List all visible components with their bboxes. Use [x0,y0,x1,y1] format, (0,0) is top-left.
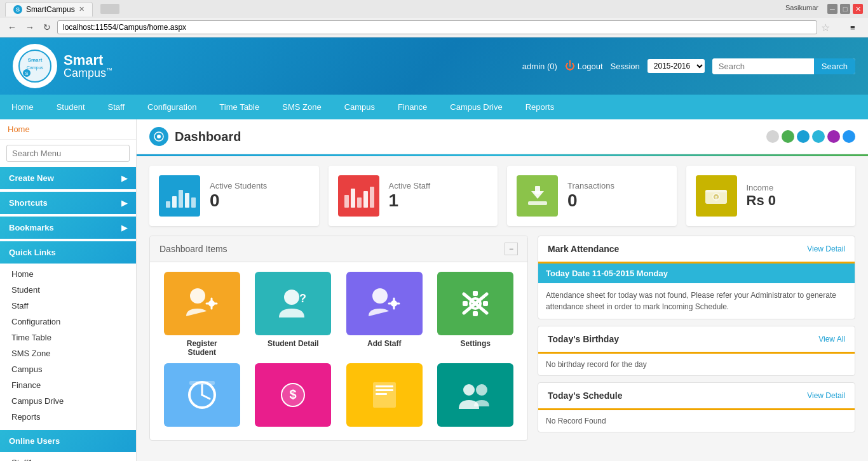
color-dot-purple[interactable] [827,130,840,143]
header-search-button[interactable]: Search [814,58,855,74]
clock-svg [183,376,221,414]
create-new-arrow-icon: ▶ [121,174,127,183]
online-users-list: Staff1 [0,452,136,461]
color-dot-gray[interactable] [766,130,779,143]
quick-link-campus[interactable]: Campus [0,361,136,377]
quick-link-configuration[interactable]: Configuration [0,314,136,330]
sidebar-search-area [0,140,136,167]
quick-link-student[interactable]: Student [0,282,136,298]
back-button[interactable]: ← [5,21,19,34]
grid-item-student-detail[interactable]: ? Student Detail [251,272,336,357]
quick-link-timetable[interactable]: Time Table [0,330,136,345]
address-bar[interactable] [57,20,817,34]
minimize-panel-button[interactable]: − [505,243,518,255]
svg-rect-44 [189,381,215,385]
bar-chart-students-icon [164,184,196,209]
grid-item-register-student[interactable]: RegisterStudent [159,272,245,357]
attendance-date-bar: Today Date 11-05-2015 Monday [538,264,855,283]
menu-button: ≡ [850,23,863,32]
quick-link-reports[interactable]: Reports [0,409,136,425]
logo-campus: Campus™ [64,67,112,79]
color-dot-green[interactable] [782,130,794,143]
quick-link-home[interactable]: Home [0,266,136,282]
minimize-button[interactable]: ─ [827,4,837,14]
color-dot-blue[interactable] [797,130,810,143]
nav-smszone[interactable]: SMS Zone [271,95,332,119]
browser-tab[interactable]: S SmartCampus ✕ [5,2,93,17]
quick-link-finance[interactable]: Finance [0,377,136,393]
nav-staff[interactable]: Staff [97,95,137,119]
student-detail-label: Student Detail [268,339,319,348]
schedule-message: No Record Found [538,410,855,432]
svg-rect-50 [376,393,387,395]
color-dot-teal[interactable] [812,130,825,143]
shortcuts-button[interactable]: Shortcuts ▶ [0,192,136,214]
header-search-input[interactable] [712,58,814,74]
main-content: Dashboard [137,119,868,461]
todays-schedule-view-detail[interactable]: View Detail [807,391,845,400]
logo-smart: Smart [64,53,112,67]
nav-timetable[interactable]: Time Table [208,95,271,119]
maximize-button[interactable]: □ [840,4,850,14]
nav-reports[interactable]: Reports [514,95,566,119]
grid-item-7[interactable] [342,363,427,431]
tab-favicon: S [13,5,22,14]
quick-link-staff[interactable]: Staff [0,298,136,314]
mark-attendance-view-detail[interactable]: View Detail [807,244,845,253]
quick-links-list: Home Student Staff Configuration Time Ta… [0,264,136,427]
stat-active-students: Active Students 0 [149,166,319,226]
breadcrumb-home-link[interactable]: Home [8,124,30,134]
dashboard-right-panels: Mark Attendance View Detail Today Date 1… [538,236,855,441]
grid-icon-5 [164,363,240,427]
session-select[interactable]: 2015-2016 [648,59,705,73]
tab-close-button[interactable]: ✕ [79,5,85,13]
nav-finance[interactable]: Finance [386,95,438,119]
svg-rect-17 [528,201,547,205]
money-svg: $ [274,376,312,414]
svg-rect-40 [463,301,468,306]
sidebar: Home Create New ▶ Shortcuts ▶ Bookmarks … [0,119,137,461]
forward-button[interactable]: → [23,21,37,34]
stat-transactions-label: Transactions [567,181,667,190]
nav-campus[interactable]: Campus [333,95,386,119]
student-detail-svg: ? [274,284,312,323]
reload-button[interactable]: ↻ [41,21,53,34]
todays-schedule-panel: Today's Schedule View Detail No Record F… [538,382,855,432]
svg-rect-49 [376,389,393,391]
session-label: Session [611,62,640,71]
grid-item-8[interactable] [433,363,519,431]
quick-links-header[interactable]: Quick Links [0,241,136,264]
nav-configuration[interactable]: Configuration [136,95,208,119]
grid-icon-8 [437,363,513,427]
quick-link-smszone[interactable]: SMS Zone [0,345,136,361]
svg-rect-14 [357,197,362,208]
create-new-button[interactable]: Create New ▶ [0,167,136,189]
browser-titlebar: S SmartCampus ✕ Sasikumar ─ □ ✕ [0,0,868,18]
settings-icon [437,272,513,335]
todays-birthday-view-all[interactable]: View All [818,335,845,344]
svg-text:?: ? [299,292,306,305]
sidebar-search-input[interactable] [6,145,130,162]
nav-campusdrive[interactable]: Campus Drive [438,95,513,119]
grid-items: RegisterStudent ? Student D [150,262,527,440]
close-button[interactable]: ✕ [853,4,863,14]
nav-student[interactable]: Student [45,95,97,119]
browser-chrome: S SmartCampus ✕ Sasikumar ─ □ ✕ ← → ↻ ☆ … [0,0,868,37]
todays-birthday-header: Today's Birthday View All [538,326,855,354]
online-users-header[interactable]: Online Users [0,430,136,452]
grid-item-6[interactable]: $ [251,363,336,431]
stat-income-info: Income Rs 0 [747,183,846,209]
grid-item-add-staff[interactable]: Add Staff [342,272,427,357]
bookmark-button[interactable]: ☆ [821,22,830,34]
grid-item-5[interactable] [159,363,245,431]
logout-button[interactable]: ⏻ Logout [565,60,603,72]
svg-rect-16 [370,187,374,208]
color-dot-lightblue[interactable] [843,130,855,143]
quick-link-campusdrive[interactable]: Campus Drive [0,393,136,409]
grid-item-settings[interactable]: Settings [433,272,519,357]
svg-rect-39 [483,301,488,306]
bookmarks-button[interactable]: Bookmarks ▶ [0,217,136,239]
nav-home[interactable]: Home [0,95,45,119]
svg-point-6 [157,135,161,138]
svg-point-51 [463,384,475,396]
